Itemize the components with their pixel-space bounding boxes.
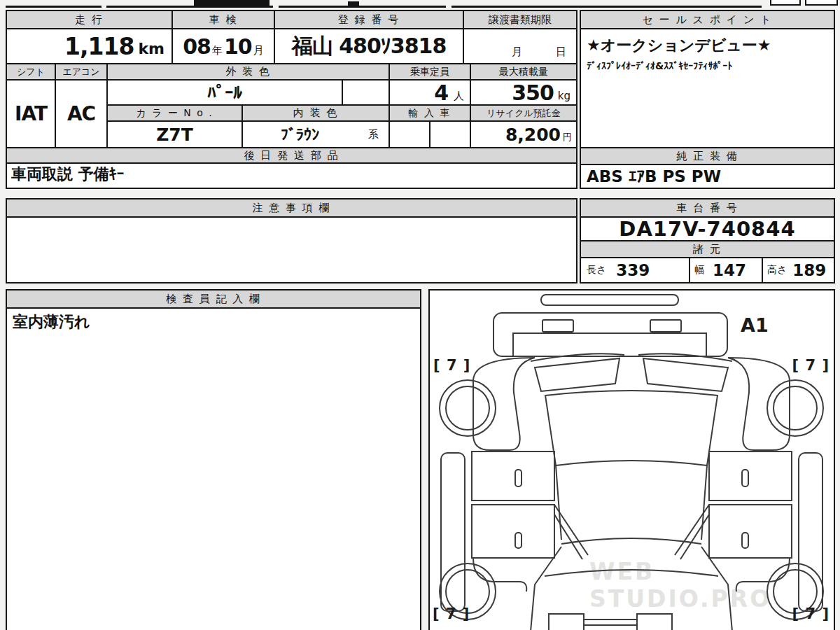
color-capacity-grid: 外 装 色 乗車定員 最大積載量 ﾊﾟｰﾙ 4 人 350 kg — [108, 64, 576, 147]
chassis-no-value: DA17V-740844 — [581, 218, 834, 241]
tire-mark-front-right: [ 7 ] — [792, 357, 830, 374]
exterior-color-sub-cell — [343, 80, 390, 104]
cutoff-cell — [770, 0, 801, 6]
later-parts-value: 車両取説 予備ｷｰ — [7, 164, 576, 185]
interior-color-header: 内 装 色 — [243, 106, 390, 122]
genuine-equipment-header: 純 正 装 備 — [581, 148, 834, 165]
cutoff-border-segment — [451, 6, 762, 8]
spec-length-label: 長さ — [587, 264, 606, 276]
cutoff-border-segment — [106, 6, 273, 8]
spec-length-value: 339 — [616, 261, 650, 279]
spec-width-cell: 幅 147 — [690, 258, 763, 282]
sales-point-line1: ★オークションデビュー★ — [587, 35, 828, 56]
recycle-deposit-unit: 円 — [563, 131, 572, 144]
genuine-equipment-value: ABS ｴｱB PS PW — [581, 165, 834, 188]
spec-height-label: 高さ — [767, 264, 787, 276]
color-no-text: Z7T — [156, 125, 193, 145]
vehicle-info-table: 走 行 車 検 登 録 番 号 譲渡書類期限 1,118 km 08 年 10 … — [6, 10, 578, 189]
inspection-year-unit: 年 — [212, 44, 223, 57]
sales-point-header: セ ー ル ス ポ イ ン ト — [581, 11, 834, 29]
later-parts-header: 後 日 発 送 部 品 — [7, 147, 576, 164]
auction-sheet-page: 走 行 車 検 登 録 番 号 譲渡書類期限 1,118 km 08 年 10 … — [0, 0, 840, 630]
chassis-no-header: 車 台 番 号 — [581, 200, 834, 218]
tire-mark-rear-left: [ 7 ] — [433, 606, 470, 622]
max-load-value: 350 — [512, 80, 554, 105]
inspector-notes-header: 検 査 員 記 入 欄 — [7, 290, 420, 309]
shift-value-text: IAT — [15, 102, 47, 125]
shift-value: IAT — [7, 80, 56, 147]
inspection-month: 10 — [224, 34, 252, 59]
interior-color-text: ﾌﾞﾗｳﾝ — [281, 126, 319, 144]
chassis-specs-block: 車 台 番 号 DA17V-740844 諸 元 長さ 339 幅 147 高さ… — [580, 198, 835, 284]
aircon-value-text: AC — [67, 102, 95, 125]
capacity-header: 乗車定員 — [390, 64, 471, 80]
tire-mark-rear-right: [ 7 ] — [792, 606, 830, 622]
transfer-day-label: 日 — [556, 46, 566, 59]
max-load-value-cell: 350 kg — [471, 80, 576, 104]
max-load-header: 最大積載量 — [471, 64, 576, 80]
exterior-color-value: ﾊﾟｰﾙ — [108, 80, 343, 104]
color-no-value: Z7T — [108, 122, 243, 147]
recycle-deposit-header: リサイクル預託金 — [471, 106, 576, 122]
spec-length-cell: 長さ 339 — [581, 258, 690, 282]
color-no-header: カ ラ ー N o . — [108, 106, 243, 122]
import-car-cell-1 — [390, 122, 430, 147]
mileage-value-cell: 1,118 km — [7, 29, 173, 63]
notes-body — [7, 218, 576, 282]
transfer-month-label: 月 — [512, 46, 522, 59]
inspector-notes-body: 室内薄汚れ — [7, 309, 420, 630]
cutoff-text-remnant — [348, 1, 359, 6]
inspector-notes-block: 検 査 員 記 入 欄 室内薄汚れ — [6, 289, 421, 630]
max-load-unit: kg — [558, 90, 570, 102]
notes-block: 注 意 事 項 欄 — [6, 198, 578, 284]
recycle-deposit-value: 8,200 — [505, 125, 561, 145]
notes-header: 注 意 事 項 欄 — [7, 200, 576, 218]
capacity-value: 4 — [434, 80, 448, 105]
import-car-cell-2 — [430, 122, 471, 147]
spec-height-value: 189 — [792, 261, 826, 279]
transfer-deadline-cell: 月 日 — [464, 29, 576, 63]
vehicle-diagram-box: WEB STUDIO.PRO — [428, 289, 835, 630]
registration-value: 福山 480ｿ3818 — [275, 29, 464, 63]
inspection-year: 08 — [183, 34, 211, 59]
import-car-header: 輸 入 車 — [390, 106, 471, 122]
specs-header: 諸 元 — [581, 241, 834, 258]
spec-width-label: 幅 — [694, 264, 704, 276]
exterior-color-header: 外 装 色 — [108, 64, 390, 80]
grade-mark: A1 — [741, 314, 769, 336]
registration-header: 登 録 番 号 — [275, 11, 464, 29]
cutoff-text-remnant — [194, 0, 270, 6]
aircon-value: AC — [56, 80, 106, 147]
spec-height-cell: 高さ 189 — [763, 258, 834, 282]
mileage-value: 1,118 — [64, 33, 134, 60]
inspection-month-unit: 月 — [253, 44, 264, 57]
spec-width-value: 147 — [713, 261, 746, 279]
shift-header: シフト — [7, 64, 56, 80]
sales-point-block: セ ー ル ス ポ イ ン ト ★オークションデビュー★ ﾃﾞｨｽﾌﾟﾚｲｵｰﾃ… — [580, 10, 835, 189]
cutoff-border-segment — [279, 6, 446, 8]
mileage-unit: km — [138, 40, 164, 57]
sales-point-line2: ﾃﾞｨｽﾌﾟﾚｲｵｰﾃﾞｨｵ&ｽｽﾞｷｾｰﾌﾃｨｻﾎﾟｰﾄ — [587, 60, 828, 71]
capacity-unit: 人 — [454, 90, 464, 103]
transfer-deadline-header: 譲渡書類期限 — [464, 11, 576, 29]
interior-color-suffix: 系 — [368, 128, 379, 141]
cutoff-border-segment — [6, 6, 102, 8]
aircon-header: エアコン — [56, 64, 106, 80]
sales-point-body: ★オークションデビュー★ ﾃﾞｨｽﾌﾟﾚｲｵｰﾃﾞｨｵ&ｽｽﾞｷｾｰﾌﾃｨｻﾎﾟ… — [581, 29, 834, 148]
registration-number: 福山 480ｿ3818 — [292, 32, 447, 61]
van-top-view-diagram — [430, 290, 834, 630]
capacity-value-cell: 4 人 — [390, 80, 471, 104]
cutoff-cell — [805, 0, 838, 6]
tire-mark-front-left: [ 7 ] — [433, 357, 470, 374]
inspection-header: 車 検 — [173, 11, 275, 29]
mileage-header: 走 行 — [7, 11, 173, 29]
shift-aircon-column: シフト エアコン IAT AC — [7, 64, 108, 147]
exterior-color-text: ﾊﾟｰﾙ — [207, 83, 242, 103]
recycle-deposit-value-cell: 8,200 円 — [471, 122, 576, 147]
inspection-value-cell: 08 年 10 月 — [173, 29, 275, 63]
interior-color-value-cell: ﾌﾞﾗｳﾝ 系 — [243, 122, 390, 147]
